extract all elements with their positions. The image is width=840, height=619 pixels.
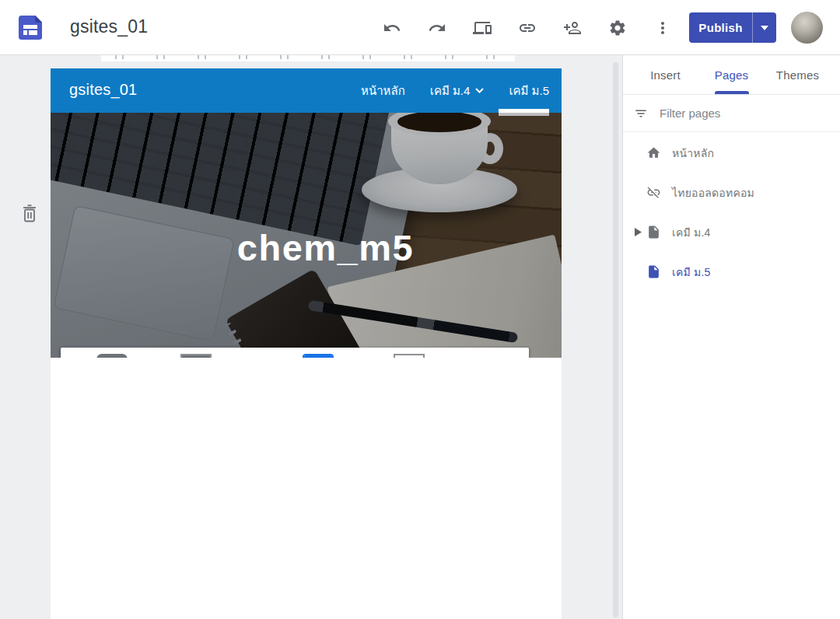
link-off-icon <box>646 185 661 200</box>
banner-type-title-only[interactable]: Title only <box>394 354 479 358</box>
cover-icon <box>96 354 128 358</box>
large-banner-icon <box>180 354 212 358</box>
sidebar-tabs: Insert Pages Themes <box>623 55 840 95</box>
tab-pages[interactable]: Pages <box>698 55 765 94</box>
editor-toolbar <box>382 0 672 55</box>
page-row-home[interactable]: หน้าหลัก <box>623 133 840 173</box>
banner-icon <box>303 354 334 358</box>
canvas-scrollbar[interactable] <box>613 62 618 617</box>
delete-section-icon[interactable] <box>20 204 39 224</box>
page-row-thaiall[interactable]: ไทยออลดอทคอม <box>623 173 840 212</box>
page-title-text[interactable]: chem_m5 <box>237 226 414 269</box>
tab-themes[interactable]: Themes <box>765 55 831 94</box>
site-preview-nav: หน้าหลัก เคมี ม.4 เคมี ม.5 <box>361 68 549 113</box>
nav-item-chem-m5[interactable]: เคมี ม.5 <box>509 82 549 100</box>
copy-link-icon[interactable] <box>517 18 537 37</box>
tab-insert[interactable]: Insert <box>632 55 698 94</box>
more-menu-icon[interactable] <box>653 18 672 37</box>
home-icon <box>646 145 661 160</box>
page-row-chem-m4[interactable]: เคมี ม.4 <box>623 212 840 252</box>
google-sites-logo-icon[interactable] <box>19 16 42 40</box>
undo-icon[interactable] <box>382 18 401 37</box>
publish-dropdown-arrow-icon[interactable] <box>753 12 776 43</box>
app-header: gsites_01 Publish <box>0 0 840 55</box>
nav-item-chem-m4[interactable]: เคมี ม.4 <box>430 82 485 100</box>
editor-sidebar: Insert Pages Themes หน้าหลัก ไทยออลดอทคอ… <box>622 55 840 619</box>
page-icon-selected <box>646 264 661 279</box>
filter-pages-input[interactable] <box>660 107 815 120</box>
site-canvas: gsites_01 หน้าหลัก เคมี ม.4 เคมี ม.5 <box>51 68 562 619</box>
redo-icon[interactable] <box>427 18 446 37</box>
account-avatar[interactable] <box>791 12 823 44</box>
page-row-chem-m5[interactable]: เคมี ม.5 <box>623 252 840 292</box>
nav-item-home[interactable]: หน้าหลัก <box>361 82 405 100</box>
page-icon <box>646 225 661 240</box>
filter-pages-row <box>623 95 840 132</box>
site-preview-header[interactable]: gsites_01 หน้าหลัก เคมี ม.4 เคมี ม.5 <box>51 68 562 113</box>
publish-button[interactable]: Publish <box>689 12 776 43</box>
preview-devices-icon[interactable] <box>472 18 492 37</box>
banner-type-large-banner[interactable]: Large banner <box>180 354 289 358</box>
expand-caret-icon[interactable] <box>629 228 646 236</box>
site-preview-name[interactable]: gsites_01 <box>69 81 137 99</box>
banner-type-cover[interactable]: Cover <box>96 354 167 358</box>
publish-button-label[interactable]: Publish <box>689 12 753 43</box>
banner-section[interactable]: chem_m5 Cover Large banner <box>51 113 562 358</box>
share-add-person-icon[interactable] <box>562 18 582 37</box>
settings-gear-icon[interactable] <box>607 18 627 37</box>
filter-icon <box>634 107 648 121</box>
title-only-icon <box>394 354 425 358</box>
page-list: หน้าหลัก ไทยออลดอทคอม เคมี ม.4 เคมี ม.5 <box>623 132 840 292</box>
banner-type-banner[interactable]: Banner <box>303 354 380 358</box>
banner-type-toolbar: Cover Large banner Banner <box>61 348 529 358</box>
chevron-down-icon <box>475 88 484 93</box>
site-title[interactable]: gsites_01 <box>70 16 148 37</box>
